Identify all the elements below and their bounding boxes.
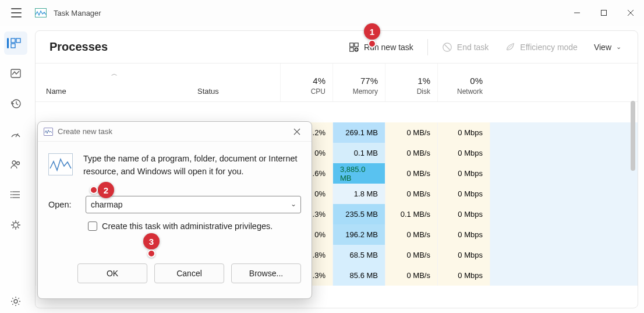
close-button[interactable]	[617, 1, 644, 24]
cell-spacer	[490, 204, 638, 224]
chevron-down-icon: ⌄	[616, 43, 621, 51]
browse-button[interactable]: Browse...	[231, 263, 301, 283]
col-disk[interactable]: 1% Disk	[385, 64, 437, 101]
cell-network: 0 Mbps	[437, 143, 490, 163]
annotation-badge-2: 2	[98, 182, 114, 198]
dialog-description: Type the name of a program, folder, docu…	[83, 152, 301, 178]
end-task-label: End task	[457, 43, 489, 52]
col-memory[interactable]: 77% Memory	[332, 64, 385, 101]
dialog-close-button[interactable]	[288, 123, 306, 140]
open-label: Open:	[48, 200, 79, 209]
sidebar-details[interactable]	[4, 183, 27, 206]
sidebar-performance[interactable]	[4, 62, 27, 85]
sidebar-startup[interactable]	[4, 122, 27, 146]
end-task-icon	[442, 42, 452, 52]
view-button[interactable]: View ⌄	[592, 39, 624, 55]
admin-label: Create this task with administrative pri…	[102, 221, 273, 231]
cell-memory: 1.8 MB	[332, 184, 385, 204]
cancel-button[interactable]: Cancel	[154, 263, 224, 283]
cell-spacer	[490, 122, 638, 143]
cell-memory: 3,885.0 MB	[332, 163, 385, 184]
cell-network: 0 Mbps	[437, 163, 490, 184]
history-icon	[10, 98, 22, 110]
gauge-icon	[10, 128, 22, 140]
col-name-label: Name	[46, 87, 66, 96]
cell-disk: 0 MB/s	[385, 184, 437, 204]
cell-network: 0 Mbps	[437, 184, 490, 204]
svg-line-27	[444, 44, 450, 50]
svg-point-10	[12, 161, 16, 164]
cell-spacer	[490, 245, 638, 265]
sidebar-processes[interactable]	[4, 31, 27, 55]
cell-memory: 196.2 MB	[332, 224, 385, 245]
annotation-badge-1: 1	[364, 23, 380, 40]
services-icon	[10, 219, 22, 231]
mem-pct: 77%	[360, 76, 378, 86]
dialog-app-icon	[44, 128, 53, 136]
sort-caret-icon: ︿	[111, 69, 118, 78]
gear-icon	[10, 296, 22, 307]
cell-memory: 235.5 MB	[332, 204, 385, 224]
table-header: ︿ Name Status 4% CPU 77% Memory 1% Disk …	[36, 64, 638, 102]
sidebar-settings[interactable]	[4, 290, 27, 313]
cell-disk: 0 MB/s	[385, 143, 437, 163]
efficiency-mode-label: Efficiency mode	[520, 43, 578, 52]
cell-memory: 68.5 MB	[332, 245, 385, 265]
cell-spacer	[490, 184, 638, 204]
grid-icon	[10, 37, 22, 49]
admin-checkbox[interactable]	[88, 221, 97, 231]
svg-rect-5	[16, 38, 20, 43]
cell-network: 0 Mbps	[437, 122, 490, 143]
maximize-button[interactable]	[590, 1, 617, 24]
svg-rect-21	[355, 43, 358, 46]
minimize-button[interactable]	[564, 1, 590, 24]
view-label: View	[594, 43, 611, 52]
hamburger-menu[interactable]	[5, 1, 28, 24]
sidebar-app-history[interactable]	[4, 92, 27, 115]
app-title: Task Manager	[54, 9, 101, 17]
mem-lbl: Memory	[353, 87, 378, 96]
run-dialog-icon	[48, 153, 73, 175]
leaf-icon	[505, 42, 515, 52]
cell-memory: 269.1 MB	[332, 122, 385, 143]
col-name[interactable]: ︿ Name	[36, 64, 193, 101]
cell-network: 0 Mbps	[437, 265, 490, 286]
col-status[interactable]: Status	[193, 64, 280, 101]
col-network[interactable]: 0% Network	[437, 64, 490, 101]
open-input[interactable]	[86, 196, 301, 213]
col-cpu[interactable]: 4% CPU	[280, 64, 332, 101]
disk-pct: 1%	[417, 76, 430, 86]
efficiency-mode-button: Efficiency mode	[503, 38, 580, 56]
dialog-title: Create new task	[58, 127, 284, 136]
performance-icon	[10, 68, 22, 79]
sidebar-services[interactable]	[4, 213, 27, 237]
svg-rect-4	[11, 38, 15, 43]
cell-network: 0 Mbps	[437, 204, 490, 224]
ok-button[interactable]: OK	[77, 263, 147, 283]
cell-network: 0 Mbps	[437, 224, 490, 245]
dialog-titlebar[interactable]: Create new task	[38, 122, 312, 142]
cpu-lbl: CPU	[311, 87, 325, 96]
titlebar: Task Manager	[0, 0, 644, 26]
svg-point-11	[17, 162, 20, 165]
svg-rect-1	[601, 10, 607, 16]
toolbar: Processes Run new task End task Efficien…	[36, 31, 638, 64]
hamburger-icon	[11, 8, 22, 17]
list-icon	[10, 189, 22, 201]
cell-disk: 0 MB/s	[385, 122, 437, 143]
cell-disk: 0 MB/s	[385, 245, 437, 265]
col-status-label: Status	[197, 87, 219, 96]
cell-memory: 85.6 MB	[332, 265, 385, 286]
svg-rect-22	[350, 47, 353, 51]
net-pct: 0%	[470, 76, 483, 86]
svg-point-19	[14, 300, 17, 303]
create-task-dialog: Create new task Type the name of a progr…	[37, 121, 312, 299]
run-new-task-button[interactable]: Run new task	[346, 38, 416, 56]
svg-point-18	[13, 223, 18, 227]
cell-spacer	[490, 163, 638, 184]
sidebar-users[interactable]	[4, 153, 27, 176]
svg-point-15	[10, 191, 12, 192]
cell-memory: 0.1 MB	[332, 143, 385, 163]
vertical-scrollbar[interactable]	[631, 101, 635, 171]
svg-rect-6	[11, 44, 15, 48]
